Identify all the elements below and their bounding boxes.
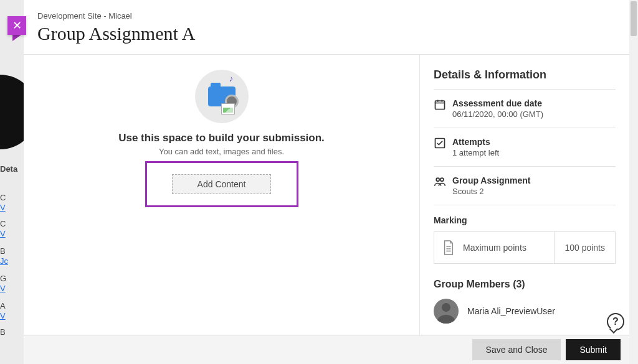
background-text: V — [0, 311, 26, 320]
add-content-highlight: Add Content — [145, 161, 298, 207]
scrollbar-thumb[interactable] — [631, 1, 637, 36]
submission-prompt-sub: You can add text, images and files. — [30, 147, 413, 156]
submission-prompt-heading: Use this space to build your submission. — [30, 132, 413, 144]
vertical-scrollbar[interactable] — [629, 0, 638, 364]
submit-button[interactable]: Submit — [566, 339, 621, 360]
background-text: V — [0, 203, 26, 212]
close-icon: ✕ — [12, 19, 22, 32]
background-text: B — [0, 327, 26, 337]
details-sidebar: Details & Information Assessment due dat… — [420, 55, 629, 364]
breadcrumb: Development Site - Micael — [37, 11, 616, 21]
add-content-button[interactable]: Add Content — [172, 174, 272, 194]
attempts-value: 1 attempt left — [452, 148, 499, 157]
background-text: Jc — [0, 256, 26, 266]
marking-heading: Marking — [434, 215, 616, 225]
group-label: Group Assignment — [452, 175, 531, 185]
group-member-row: Maria Ali_PreviewUser — [434, 295, 616, 327]
panel-header: Development Site - Micael Group Assignme… — [24, 0, 629, 55]
attempts-row: Attempts 1 attempt left — [434, 128, 616, 166]
group-members-heading: Group Members (3) — [434, 279, 616, 290]
document-icon — [442, 240, 455, 256]
close-button-tail — [12, 35, 21, 41]
divider — [434, 205, 616, 205]
group-row: Group Assignment Scouts 2 — [434, 167, 616, 205]
due-date-label: Assessment due date — [452, 98, 543, 108]
submission-illustration: ♪ — [195, 70, 249, 123]
due-date-value: 06/11/2020, 00:00 (GMT) — [452, 110, 543, 119]
assignment-panel: Development Site - Micael Group Assignme… — [24, 0, 629, 364]
group-icon — [434, 175, 452, 196]
background-text: V — [0, 284, 26, 293]
member-name: Maria Ali_PreviewUser — [467, 306, 555, 316]
submission-area: ♪ Use this space to build your submissio… — [24, 55, 420, 364]
svg-point-2 — [436, 178, 439, 181]
background-text: Deta — [0, 164, 26, 174]
svg-point-3 — [440, 178, 444, 181]
avatar — [434, 299, 459, 324]
background-text: A — [0, 301, 26, 310]
music-note-icon: ♪ — [229, 73, 234, 83]
checkbox-icon — [434, 137, 452, 157]
marking-value: 100 points — [554, 232, 615, 263]
marking-label: Maximum points — [463, 243, 526, 253]
due-date-row: Assessment due date 06/11/2020, 00:00 (G… — [434, 90, 616, 128]
photo-icon — [221, 103, 235, 114]
background-text: C — [0, 219, 26, 228]
group-value: Scouts 2 — [452, 187, 531, 196]
background-text: B — [0, 246, 26, 256]
help-button[interactable]: ? — [607, 313, 624, 330]
close-button[interactable]: ✕ — [7, 16, 26, 35]
background-text: V — [0, 229, 26, 238]
svg-rect-0 — [436, 101, 445, 109]
details-heading: Details & Information — [434, 68, 616, 82]
calendar-icon — [434, 98, 452, 119]
attempts-label: Attempts — [452, 137, 499, 147]
background-text: G — [0, 274, 26, 283]
save-and-close-button[interactable]: Save and Close — [472, 339, 561, 360]
panel-body: ♪ Use this space to build your submissio… — [24, 55, 629, 364]
help-icon: ? — [612, 316, 619, 327]
background-text: C — [0, 193, 26, 202]
panel-footer: Save and Close Submit — [24, 335, 629, 364]
marking-box: Maximum points 100 points — [434, 231, 616, 264]
page-title: Group Assignment A — [37, 23, 616, 44]
